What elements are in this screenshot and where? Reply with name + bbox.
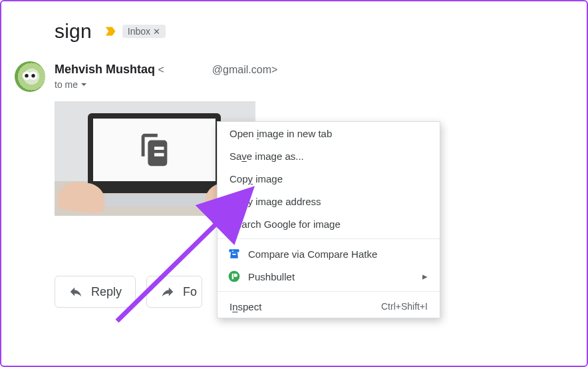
- remove-label-icon[interactable]: ✕: [153, 27, 160, 37]
- reply-label: Reply: [91, 285, 122, 299]
- ctx-save-image[interactable]: Save image as...: [218, 145, 440, 167]
- ctx-search-google[interactable]: Search Google for image: [218, 212, 440, 235]
- reply-icon: [69, 284, 83, 299]
- ctx-search-google-label: Search Google for image: [229, 218, 341, 230]
- ctx-copy-address[interactable]: Copy image address: [218, 190, 440, 212]
- ctx-pushbullet-label: Pushbullet: [248, 271, 295, 282]
- recipient-text: to me: [55, 79, 78, 90]
- document-copy-icon: [135, 131, 174, 169]
- ctx-separator-2: [218, 291, 440, 292]
- ctx-open-image-label: Open image in new tab: [229, 128, 332, 139]
- ctx-copy-image-label: Copy image: [229, 173, 283, 184]
- redacted-email: [164, 65, 212, 77]
- ctx-inspect[interactable]: Inspect Ctrl+Shift+I: [218, 295, 440, 318]
- forward-button[interactable]: Fo: [146, 276, 202, 308]
- sender-name: Mehvish Mushtaq: [55, 63, 155, 76]
- sender-line: Mehvish Mushtaq <@gmail.com>: [55, 63, 277, 77]
- svg-point-2: [25, 74, 29, 78]
- inbox-label-text: Inbox: [128, 26, 150, 37]
- recipient-line[interactable]: to me: [55, 79, 277, 90]
- email-subject: sign: [55, 20, 92, 43]
- ctx-open-image[interactable]: Open image in new tab: [218, 122, 440, 145]
- sender-email: <@gmail.com>: [158, 64, 277, 75]
- ctx-compare-hatke[interactable]: Compare via Compare Hatke: [218, 242, 440, 265]
- ctx-copy-address-label: Copy image address: [229, 196, 321, 207]
- ctx-inspect-label: Inspect: [229, 301, 261, 312]
- inbox-label-chip[interactable]: Inbox ✕: [122, 25, 166, 38]
- svg-rect-4: [229, 249, 239, 252]
- chevron-down-icon: [80, 81, 87, 88]
- important-marker-icon[interactable]: [104, 24, 118, 39]
- submenu-arrow-icon: ▸: [422, 270, 428, 282]
- context-menu: Open image in new tab Save image as... C…: [217, 121, 440, 318]
- ctx-save-image-label: Save image as...: [229, 151, 304, 162]
- ctx-inspect-shortcut: Ctrl+Shift+I: [381, 301, 428, 312]
- forward-label: Fo: [183, 285, 197, 299]
- reply-button[interactable]: Reply: [55, 276, 136, 308]
- ctx-copy-image[interactable]: Copy image: [218, 167, 440, 190]
- avatar[interactable]: [15, 61, 45, 92]
- forward-icon: [160, 284, 175, 299]
- ctx-pushbullet[interactable]: Pushbullet ▸: [218, 265, 440, 288]
- ctx-compare-hatke-label: Compare via Compare Hatke: [248, 248, 377, 260]
- pushbullet-icon: [227, 269, 241, 284]
- ctx-separator-1: [218, 238, 440, 239]
- compare-hatke-icon: [227, 246, 241, 261]
- svg-point-3: [31, 74, 35, 78]
